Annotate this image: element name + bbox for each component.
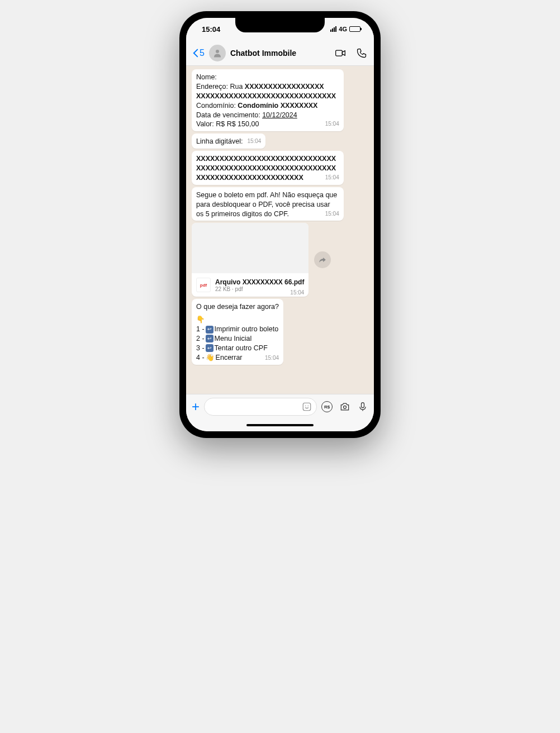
nome-line: Nome: bbox=[196, 73, 339, 82]
back-button[interactable]: 5 bbox=[193, 48, 205, 58]
notch bbox=[235, 18, 325, 32]
wave-emoji: 👋 bbox=[206, 353, 215, 363]
video-call-icon[interactable] bbox=[335, 47, 346, 59]
sticker-icon[interactable] bbox=[302, 402, 312, 412]
message-linha-value: XXXXXXXXXXXXXXXXXXXXXXXXXXXXXX XXXXXXXXX… bbox=[192, 151, 344, 185]
message-menu: O que deseja fazer agora? 👇 1 - ↩Imprimi… bbox=[192, 299, 283, 364]
data-venc-line: Data de vencimento: 10/12/2024 bbox=[196, 111, 339, 120]
menu-option-4: 4 - 👋Encerrar 15:04 bbox=[196, 353, 279, 363]
attachment-preview bbox=[192, 223, 309, 273]
valor-line: Valor: R$ R$ 150,00 15:04 bbox=[196, 120, 339, 129]
message-details: Nome: Endereço: Rua XXXXXXXXXXXXXXXXX XX… bbox=[192, 69, 344, 131]
pdf-icon: pdf bbox=[196, 278, 211, 292]
forward-button[interactable] bbox=[314, 251, 331, 268]
camera-icon[interactable] bbox=[339, 401, 350, 412]
svg-point-5 bbox=[344, 406, 347, 408]
message-instruction: Segue o boleto em pdf. Ah! Não esqueça q… bbox=[192, 187, 344, 221]
menu-option-2: 2 - ↩Menu Inicial bbox=[196, 334, 279, 344]
svg-point-3 bbox=[305, 406, 306, 407]
endereco-line: Endereço: Rua XXXXXXXXXXXXXXXXX XXXXXXXX… bbox=[196, 82, 339, 101]
message-time: 15:04 bbox=[325, 174, 339, 182]
status-right: 4G bbox=[330, 26, 360, 32]
message-attachment[interactable]: pdf Arquivo XXXXXXXXX 66.pdf 22 KB · pdf… bbox=[192, 223, 309, 297]
attach-button[interactable]: + bbox=[192, 399, 200, 415]
person-icon bbox=[212, 48, 222, 58]
file-name: Arquivo XXXXXXXXX 66.pdf bbox=[215, 278, 304, 286]
forward-icon bbox=[319, 256, 326, 264]
message-time: 15:04 bbox=[247, 137, 261, 145]
pointer-emoji: 👇 bbox=[196, 315, 279, 325]
message-time: 15:04 bbox=[325, 210, 339, 218]
input-bar: + R$ bbox=[186, 394, 374, 419]
menu-prompt: O que deseja fazer agora? bbox=[196, 302, 279, 312]
network-label: 4G bbox=[339, 26, 347, 32]
svg-point-0 bbox=[216, 50, 219, 53]
avatar[interactable] bbox=[209, 45, 226, 61]
chat-title[interactable]: Chatbot Immobile bbox=[230, 49, 330, 58]
chat-body[interactable]: Nome: Endereço: Rua XXXXXXXXXXXXXXXXX XX… bbox=[186, 66, 374, 394]
phone-call-icon[interactable] bbox=[356, 47, 367, 59]
battery-icon bbox=[349, 26, 360, 32]
condominio-line: Condomínio: Condomínio XXXXXXXX bbox=[196, 101, 339, 111]
screen: 15:04 4G 5 Chatbot Immobile bbox=[186, 18, 374, 431]
payment-button[interactable]: R$ bbox=[321, 401, 333, 412]
phone-frame: 15:04 4G 5 Chatbot Immobile bbox=[179, 11, 381, 438]
svg-point-4 bbox=[308, 406, 309, 407]
home-indicator[interactable] bbox=[186, 419, 374, 431]
message-time: 15:04 bbox=[325, 120, 339, 128]
svg-rect-2 bbox=[303, 403, 311, 411]
message-time: 15:04 bbox=[290, 289, 304, 296]
menu-option-3: 3 - ↩Tentar outro CPF bbox=[196, 344, 279, 353]
back-arrow-icon: ↩ bbox=[206, 326, 213, 334]
back-count: 5 bbox=[200, 48, 205, 58]
back-arrow-icon: ↩ bbox=[206, 344, 213, 352]
svg-rect-1 bbox=[336, 50, 343, 56]
status-time: 15:04 bbox=[202, 25, 220, 34]
signal-bars-icon bbox=[330, 26, 336, 32]
message-linha-label: Linha digitável: 15:04 bbox=[192, 134, 265, 149]
chevron-left-icon bbox=[193, 49, 198, 58]
chat-header: 5 Chatbot Immobile bbox=[186, 40, 374, 66]
back-arrow-icon: ↩ bbox=[206, 335, 213, 342]
svg-rect-6 bbox=[362, 403, 364, 408]
menu-option-1: 1 - ↩Imprimir outro boleto bbox=[196, 325, 279, 334]
microphone-icon[interactable] bbox=[357, 401, 368, 412]
message-time: 15:04 bbox=[265, 354, 279, 362]
message-input[interactable] bbox=[204, 398, 317, 416]
